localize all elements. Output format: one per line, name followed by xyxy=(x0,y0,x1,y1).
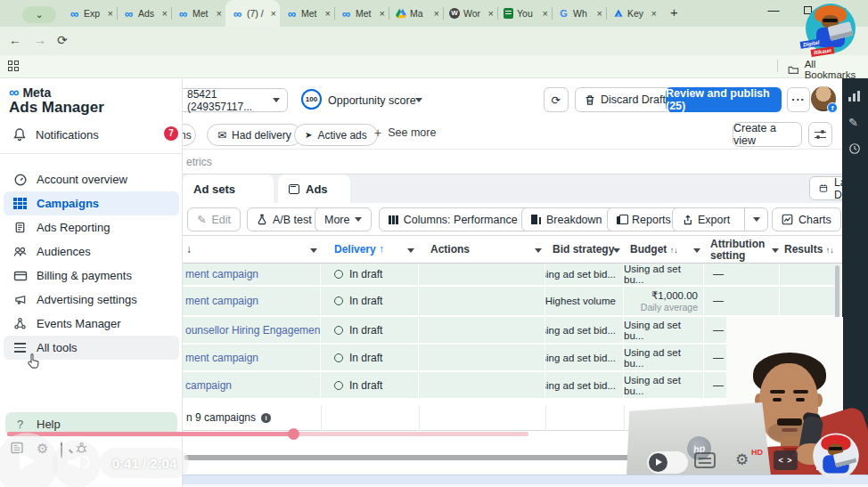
edit-pencil-icon[interactable]: ✎ xyxy=(848,116,858,129)
browser-tab[interactable]: WWor× xyxy=(443,0,497,27)
sidebar-item-notifications[interactable]: Notifications 7 xyxy=(0,123,183,146)
ab-test-button[interactable]: A/B test xyxy=(247,207,322,231)
insights-chart-icon[interactable] xyxy=(848,91,860,101)
all-bookmarks-button[interactable]: All Bookmarks xyxy=(788,59,868,80)
browser-tab[interactable]: Key× xyxy=(606,0,660,27)
sidebar-item-audiences[interactable]: Audiences xyxy=(0,239,183,264)
column-header-attribution[interactable]: Attribution setting xyxy=(710,239,767,262)
history-clock-icon[interactable] xyxy=(848,142,861,155)
tab-search-button[interactable]: ⌄ xyxy=(22,6,56,23)
column-menu-icon[interactable] xyxy=(407,248,414,253)
sort-down-icon[interactable]: ↓ xyxy=(186,243,192,256)
browser-tab[interactable]: ∞Ads× xyxy=(117,0,171,27)
quality-gear-icon[interactable]: ⚙ xyxy=(735,450,749,469)
account-avatar[interactable]: f xyxy=(811,86,836,111)
campaign-name-cell[interactable]: ment campaign xyxy=(183,287,321,315)
sidebar-item-advertising-settings[interactable]: Advertising settings xyxy=(0,288,183,312)
more-options-button[interactable]: ··· xyxy=(787,87,810,112)
forward-icon[interactable]: → xyxy=(34,33,46,47)
tab-close-icon[interactable]: × xyxy=(217,8,222,19)
tab-close-icon[interactable]: × xyxy=(380,8,385,19)
campaign-name-cell[interactable]: ounsellor Hiring Engagement ca... xyxy=(183,317,321,343)
browser-tab[interactable]: ∞Met× xyxy=(171,0,225,27)
column-header-actions[interactable]: Actions xyxy=(430,243,470,256)
edit-button[interactable]: ✎Edit xyxy=(187,207,241,231)
browser-tab[interactable]: ∞Met× xyxy=(334,0,389,27)
charts-icon xyxy=(782,214,793,225)
column-menu-icon[interactable] xyxy=(310,248,317,253)
see-more-filters-button[interactable]: +See more xyxy=(374,126,436,140)
google-favicon: G xyxy=(558,8,569,20)
window-minimize-button[interactable]: — xyxy=(765,4,782,17)
opportunity-score-label[interactable]: Opportunity score xyxy=(328,94,416,107)
tab-close-icon[interactable]: × xyxy=(488,8,494,19)
column-menu-icon[interactable] xyxy=(613,248,620,253)
info-icon[interactable]: i xyxy=(261,413,271,423)
refresh-button[interactable]: ⟳ xyxy=(544,87,569,112)
search-input[interactable]: etrics xyxy=(183,149,842,175)
sidebar-item-events-manager[interactable]: Events Manager xyxy=(0,312,183,336)
campaign-name-cell[interactable]: ment campaign xyxy=(183,345,321,370)
delivery-cell: In draft xyxy=(321,287,419,315)
tab-ads[interactable]: Ads xyxy=(278,175,350,203)
browser-tab[interactable]: Ma× xyxy=(389,0,443,27)
tab-close-icon[interactable]: × xyxy=(543,8,548,19)
video-progress-handle[interactable] xyxy=(288,428,299,440)
table-row[interactable]: ment campaign In draft Using ad set bid.… xyxy=(183,264,842,287)
view-settings-button[interactable] xyxy=(808,122,832,147)
more-button[interactable]: More xyxy=(315,207,372,231)
sidebar-item-account-overview[interactable]: Account overview xyxy=(0,167,183,191)
video-progress-fill xyxy=(7,432,294,436)
column-menu-icon[interactable] xyxy=(772,248,779,253)
captions-icon[interactable] xyxy=(694,452,716,468)
column-header-budget[interactable]: Budget ↑↓ xyxy=(630,243,678,256)
reload-icon[interactable]: ⟳ xyxy=(57,33,68,47)
review-and-publish-button[interactable]: Review and publish (25) xyxy=(666,87,782,112)
column-header-results[interactable]: Results ↑↓ xyxy=(784,243,834,256)
help-icon: ? xyxy=(12,418,28,431)
tab-close-icon[interactable]: × xyxy=(434,8,439,19)
level-tabs-band: Ad sets Ads Last 30 days: 30 Nov 2025 - … xyxy=(183,175,842,203)
sidebar-item-ads-reporting[interactable]: Ads Reporting xyxy=(0,215,183,239)
back-icon[interactable]: ← xyxy=(9,33,21,47)
sidebar-item-billing[interactable]: Billing & payments xyxy=(0,264,183,288)
column-menu-icon[interactable] xyxy=(693,248,700,253)
video-progress-track[interactable] xyxy=(7,432,528,436)
filter-chip-had-delivery[interactable]: ✉Had delivery xyxy=(207,124,302,146)
tab-close-icon[interactable]: × xyxy=(651,8,657,19)
export-dropdown-button[interactable] xyxy=(744,208,767,231)
campaign-name-cell[interactable]: ment campaign xyxy=(183,264,321,285)
column-menu-icon[interactable] xyxy=(535,248,542,253)
browser-tab-active[interactable]: ∞(7) /× xyxy=(225,0,280,27)
tab-close-icon[interactable]: × xyxy=(108,8,113,19)
column-header-bid-strategy[interactable]: Bid strategy xyxy=(553,243,614,256)
play-pause-pill[interactable] xyxy=(647,451,688,474)
column-header-delivery[interactable]: Delivery ↑ xyxy=(334,243,384,256)
chevron-down-icon xyxy=(355,217,362,222)
tab-ad-sets[interactable]: Ad sets xyxy=(183,175,274,203)
tab-close-icon[interactable]: × xyxy=(325,8,331,19)
browser-tab[interactable]: GWh× xyxy=(552,0,606,27)
columns-button[interactable]: Columns: Performance xyxy=(379,207,540,231)
apps-grid-icon[interactable] xyxy=(8,61,20,72)
actions-cell xyxy=(419,345,545,370)
browser-tab[interactable]: ∞Met× xyxy=(280,0,334,27)
scrollbar-thumb[interactable] xyxy=(184,455,630,460)
create-a-view-button[interactable]: Create a view xyxy=(733,122,802,147)
filter-chip-active-ads[interactable]: ➤Active ads xyxy=(294,124,378,146)
tab-close-icon[interactable]: × xyxy=(162,8,168,19)
export-button[interactable]: Export xyxy=(673,208,739,231)
play-icon[interactable] xyxy=(20,452,35,470)
tab-close-icon[interactable]: × xyxy=(271,8,276,19)
sidebar-item-campaigns[interactable]: Campaigns xyxy=(4,191,179,215)
campaign-name-cell[interactable]: campaign xyxy=(183,372,321,398)
tab-close-icon[interactable]: × xyxy=(597,8,602,19)
play-toggle-icon[interactable] xyxy=(649,453,667,472)
browser-tab[interactable]: You× xyxy=(497,0,552,27)
table-row[interactable]: ment campaign In draft Highest volume ₹1… xyxy=(183,287,842,317)
chevron-down-icon[interactable] xyxy=(415,98,422,102)
charts-button[interactable]: Charts xyxy=(772,207,841,231)
theater-mode-icon[interactable]: < > xyxy=(774,450,798,470)
browser-tab[interactable]: ∞Exp× xyxy=(62,0,117,27)
new-tab-button[interactable]: + xyxy=(670,4,678,20)
